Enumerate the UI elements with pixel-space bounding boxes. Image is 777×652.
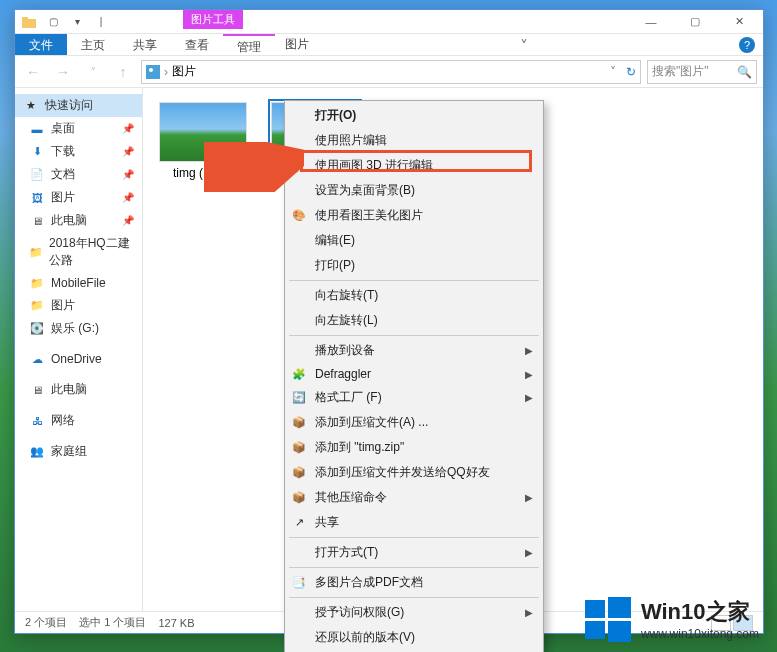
menu-item[interactable]: 使用照片编辑 bbox=[285, 128, 543, 153]
tab-file[interactable]: 文件 bbox=[15, 34, 67, 55]
menu-item[interactable]: 📑多图片合成PDF文档 bbox=[285, 570, 543, 595]
windows-logo-icon bbox=[585, 596, 631, 642]
nav-onedrive[interactable]: ☁OneDrive bbox=[15, 348, 142, 370]
nav-this-pc-pinned[interactable]: 🖥此电脑📌 bbox=[15, 209, 142, 232]
nav-documents[interactable]: 📄文档📌 bbox=[15, 163, 142, 186]
pic-icon: 🖼 bbox=[29, 190, 45, 206]
menu-item[interactable]: 🧩Defraggler▶ bbox=[285, 363, 543, 385]
maximize-button[interactable]: ▢ bbox=[673, 10, 717, 34]
nav-drive-g[interactable]: 💽娱乐 (G:) bbox=[15, 317, 142, 340]
drive-icon: 💽 bbox=[29, 321, 45, 337]
menu-item-label: 向右旋转(T) bbox=[315, 287, 378, 304]
menu-item[interactable]: 🎨使用看图王美化图片 bbox=[285, 203, 543, 228]
breadcrumb-chevron-icon[interactable]: › bbox=[164, 65, 168, 79]
menu-item[interactable]: 播放到设备▶ bbox=[285, 338, 543, 363]
refresh-icon[interactable]: ↻ bbox=[626, 65, 636, 79]
tab-home[interactable]: 主页 bbox=[67, 34, 119, 55]
pictures-icon bbox=[146, 65, 160, 79]
nav-folder-3[interactable]: 📁图片 bbox=[15, 294, 142, 317]
nav-folder-2[interactable]: 📁MobileFile bbox=[15, 272, 142, 294]
nav-this-pc[interactable]: 🖥此电脑 bbox=[15, 378, 142, 401]
menu-item[interactable]: 编辑(E) bbox=[285, 228, 543, 253]
menu-item-label: 编辑(E) bbox=[315, 232, 355, 249]
close-button[interactable]: ✕ bbox=[717, 10, 761, 34]
pc-icon: 🖥 bbox=[29, 382, 45, 398]
rar-icon: 📦 bbox=[291, 440, 307, 456]
menu-item-label: 还原以前的版本(V) bbox=[315, 629, 415, 646]
pdf-icon: 📑 bbox=[291, 575, 307, 591]
qat-new-folder-icon[interactable]: ▾ bbox=[67, 12, 87, 32]
breadcrumb-segment[interactable]: 图片 bbox=[172, 63, 196, 80]
pc-icon: 🖥 bbox=[29, 213, 45, 229]
back-button[interactable]: ← bbox=[21, 60, 45, 84]
status-size: 127 KB bbox=[158, 617, 194, 629]
menu-item[interactable]: 打开(O) bbox=[285, 103, 543, 128]
menu-item[interactable]: 使用画图 3D 进行编辑 bbox=[285, 153, 543, 178]
menu-item[interactable]: ↗共享 bbox=[285, 510, 543, 535]
menu-item[interactable]: 设置为桌面背景(B) bbox=[285, 178, 543, 203]
svg-rect-8 bbox=[608, 621, 631, 642]
menu-item[interactable]: 📦添加到压缩文件(A) ... bbox=[285, 410, 543, 435]
watermark: Win10之家 www.win10xitong.com bbox=[585, 596, 759, 642]
submenu-arrow-icon: ▶ bbox=[525, 492, 533, 503]
menu-item-label: 多图片合成PDF文档 bbox=[315, 574, 423, 591]
desktop-icon: ▬ bbox=[29, 121, 45, 137]
submenu-arrow-icon: ▶ bbox=[525, 547, 533, 558]
menu-item-label: 播放到设备 bbox=[315, 342, 375, 359]
network-icon: 🖧 bbox=[29, 413, 45, 429]
search-input[interactable]: 搜索"图片" 🔍 bbox=[647, 60, 757, 84]
nav-network[interactable]: 🖧网络 bbox=[15, 409, 142, 432]
up-button[interactable]: ↑ bbox=[111, 60, 135, 84]
pin-icon: 📌 bbox=[122, 192, 134, 203]
menu-separator bbox=[289, 280, 539, 281]
help-button[interactable]: ? bbox=[739, 37, 755, 53]
menu-item[interactable]: 打开方式(T)▶ bbox=[285, 540, 543, 565]
pin-icon: 📌 bbox=[122, 169, 134, 180]
pin-icon: 📌 bbox=[122, 146, 134, 157]
nav-homegroup[interactable]: 👥家庭组 bbox=[15, 440, 142, 463]
tab-view[interactable]: 查看 bbox=[171, 34, 223, 55]
menu-item[interactable]: 🔄格式工厂 (F)▶ bbox=[285, 385, 543, 410]
address-bar-row: ← → ˅ ↑ › 图片 ˅ ↻ 搜索"图片" 🔍 bbox=[15, 56, 763, 88]
search-icon: 🔍 bbox=[737, 65, 752, 79]
address-bar[interactable]: › 图片 ˅ ↻ bbox=[141, 60, 641, 84]
ribbon: 图片工具 文件 主页 共享 查看 管理 图片 ˅ ? bbox=[15, 34, 763, 56]
ribbon-expand-button[interactable]: ˅ bbox=[510, 34, 538, 55]
menu-item[interactable]: 📦添加到压缩文件并发送给QQ好友 bbox=[285, 460, 543, 485]
status-count: 2 个项目 bbox=[25, 615, 67, 630]
forward-button[interactable]: → bbox=[51, 60, 75, 84]
qat-properties-icon[interactable]: ▢ bbox=[43, 12, 63, 32]
pin-icon: 📌 bbox=[122, 215, 134, 226]
tab-share[interactable]: 共享 bbox=[119, 34, 171, 55]
nav-downloads[interactable]: ⬇下载📌 bbox=[15, 140, 142, 163]
quick-access-toolbar: ▢ ▾ | bbox=[17, 12, 111, 32]
menu-item-label: 打开方式(T) bbox=[315, 544, 378, 561]
rar-icon: 📦 bbox=[291, 415, 307, 431]
status-selected: 选中 1 个项目 bbox=[79, 615, 146, 630]
svg-rect-6 bbox=[608, 597, 631, 618]
menu-item[interactable]: 还原以前的版本(V) bbox=[285, 625, 543, 650]
menu-item[interactable]: 📦其他压缩命令▶ bbox=[285, 485, 543, 510]
addr-dropdown-icon[interactable]: ˅ bbox=[610, 65, 616, 79]
file-name: timg (1).jpg bbox=[157, 166, 249, 180]
menu-item[interactable]: 向左旋转(L) bbox=[285, 308, 543, 333]
file-item[interactable]: timg (1).jpg bbox=[157, 102, 249, 180]
menu-item[interactable]: 打印(P) bbox=[285, 253, 543, 278]
nav-desktop[interactable]: ▬桌面📌 bbox=[15, 117, 142, 140]
menu-item[interactable]: 向右旋转(T) bbox=[285, 283, 543, 308]
menu-item[interactable]: 授予访问权限(G)▶ bbox=[285, 600, 543, 625]
tab-manage[interactable]: 管理 bbox=[223, 34, 275, 55]
nav-quick-access[interactable]: ★ 快速访问 bbox=[15, 94, 142, 117]
submenu-arrow-icon: ▶ bbox=[525, 345, 533, 356]
submenu-arrow-icon: ▶ bbox=[525, 369, 533, 380]
ff-icon: 🔄 bbox=[291, 390, 307, 406]
recent-button[interactable]: ˅ bbox=[81, 60, 105, 84]
menu-item[interactable]: 📦添加到 "timg.zip" bbox=[285, 435, 543, 460]
nav-folder-1[interactable]: 📁2018年HQ二建公路 bbox=[15, 232, 142, 272]
window-title: 图片 bbox=[285, 36, 309, 53]
nav-pictures[interactable]: 🖼图片📌 bbox=[15, 186, 142, 209]
submenu-arrow-icon: ▶ bbox=[525, 607, 533, 618]
minimize-button[interactable]: — bbox=[629, 10, 673, 34]
menu-item-label: 添加到压缩文件并发送给QQ好友 bbox=[315, 464, 490, 481]
menu-item-label: 授予访问权限(G) bbox=[315, 604, 404, 621]
